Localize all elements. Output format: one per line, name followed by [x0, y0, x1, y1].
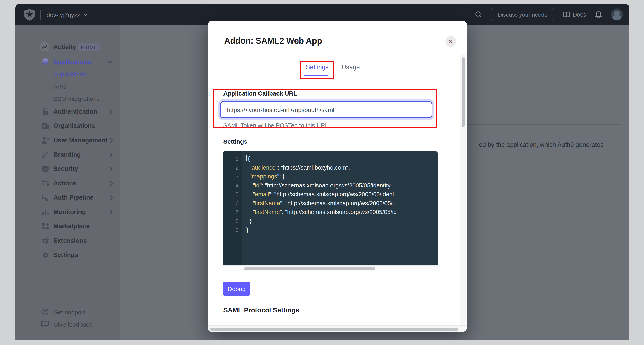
- sidebar-item-label: Settings: [54, 251, 78, 259]
- callback-url-label: Application Callback URL: [223, 90, 297, 97]
- sidebar-item-label: Organizations: [54, 122, 95, 130]
- flow-icon: [41, 179, 49, 187]
- modal-horizontal-scrollbar[interactable]: [208, 325, 467, 332]
- editor-code[interactable]: { "audience": "https://saml.boxyhq.com",…: [242, 151, 438, 265]
- feedback-icon: [41, 320, 48, 328]
- sidebar-item-label: Authentication: [54, 108, 97, 115]
- sidebar-item-label: Security: [54, 165, 78, 172]
- auth0-logo-icon: [24, 9, 35, 21]
- sidebar-item-actions[interactable]: Actions: [15, 177, 120, 189]
- line-number: 6: [223, 199, 239, 208]
- tenant-name: dev-tyj7qyzz: [46, 11, 80, 18]
- sidebar-item-marketplace[interactable]: Marketplace: [15, 220, 120, 232]
- sidebar-item-label: Marketplace: [54, 223, 90, 230]
- chip-icon: [41, 237, 49, 245]
- tenant-switcher[interactable]: dev-tyj7qyzz: [46, 11, 88, 18]
- code-line: "firstName": "http://schemas.xmlsoap.org…: [246, 199, 438, 208]
- app-window: dev-tyj7qyzz Discuss your needs Docs: [15, 4, 630, 340]
- modal-title: Addon: SAML2 Web App: [224, 36, 322, 46]
- bell-icon[interactable]: [595, 11, 602, 19]
- docs-link[interactable]: Docs: [563, 11, 586, 18]
- code-line: "mappings": {: [246, 172, 438, 181]
- code-line: "lastName": "http://schemas.xmlsoap.org/…: [246, 208, 438, 216]
- chevron-down-icon: [84, 13, 88, 16]
- line-number: 3: [223, 172, 239, 181]
- book-icon: [563, 12, 570, 18]
- bar-chart-icon: [41, 208, 49, 216]
- settings-json-label: Settings: [223, 138, 247, 145]
- tabs-divider: [216, 76, 460, 76]
- sidebar-item-extensions[interactable]: Extensions: [15, 235, 120, 247]
- sidebar-item-label: Auth Pipeline: [54, 194, 94, 201]
- editor-horizontal-scrollbar[interactable]: [223, 265, 438, 271]
- line-number: 8: [223, 216, 239, 225]
- code-line: }: [246, 216, 438, 225]
- line-number: 1: [223, 154, 239, 163]
- chevron-right-icon: [110, 195, 113, 200]
- code-line: "audience": "https://saml.boxyhq.com",: [246, 163, 438, 172]
- sidebar-item-auth-pipeline[interactable]: Auth Pipeline: [15, 191, 120, 204]
- callback-url-helper: SAML Token will be POSTed to this URL.: [223, 122, 330, 129]
- debug-button[interactable]: Debug: [223, 282, 250, 296]
- sidebar-item-label: Applications: [54, 71, 86, 78]
- sidebar-item-settings[interactable]: Settings: [15, 249, 120, 261]
- sidebar-item-label: Actions: [54, 180, 76, 187]
- code-line: "email": "http://schemas.xmlsoap.org/ws/…: [246, 190, 438, 199]
- sidebar-item-applications[interactable]: Applications: [15, 56, 120, 68]
- code-line: }: [246, 225, 438, 234]
- sidebar-item-label: SSO Integrations: [54, 95, 100, 102]
- support-link-label: Get support: [54, 308, 85, 315]
- sidebar-item-sso-integrations-sub[interactable]: SSO Integrations: [15, 92, 120, 104]
- sidebar-item-label: User Management: [54, 137, 108, 144]
- sidebar-item-applications-sub[interactable]: Applications: [15, 68, 120, 80]
- tab-usage[interactable]: Usage: [342, 64, 360, 71]
- line-number: 4: [223, 181, 239, 190]
- chevron-down-icon: [108, 60, 113, 63]
- user-avatar[interactable]: [611, 9, 623, 21]
- editor-line-numbers: 123456789: [223, 151, 242, 265]
- saml-protocol-settings-heading: SAML Protocol Settings: [223, 306, 299, 314]
- sidebar-item-label: Extensions: [54, 237, 87, 244]
- line-number: 7: [223, 208, 239, 216]
- close-icon[interactable]: ✕: [446, 36, 456, 47]
- settings-json-editor[interactable]: 123456789 { "audience": "https://saml.bo…: [223, 151, 438, 271]
- sidebar-item-label: Branding: [54, 151, 81, 158]
- tab-settings[interactable]: Settings: [305, 64, 329, 71]
- sidebar-item-organizations[interactable]: Organizations: [15, 120, 120, 132]
- modal-horizontal-scrollbar-thumb[interactable]: [210, 328, 458, 331]
- activity-icon: [40, 43, 48, 51]
- line-number: 9: [223, 225, 239, 234]
- pipeline-icon: [41, 193, 49, 202]
- sidebar-item-activity[interactable]: ActivityFIRST: [15, 41, 120, 53]
- sidebar-item-monitoring[interactable]: Monitoring: [15, 206, 120, 218]
- brush-icon: [41, 151, 49, 159]
- building-icon: [41, 122, 49, 130]
- sidebar-link-get-support[interactable]: Get support: [15, 306, 120, 318]
- callback-url-input[interactable]: [220, 101, 432, 118]
- modal-vertical-scrollbar-thumb[interactable]: [462, 58, 465, 127]
- sidebar-item-label: Activity: [54, 43, 76, 51]
- sidebar-item-user-management[interactable]: User Management: [15, 134, 120, 147]
- editor-scrollbar-thumb[interactable]: [244, 267, 376, 270]
- search-icon[interactable]: [475, 11, 482, 18]
- user-gear-icon: [41, 136, 49, 144]
- line-number: 2: [223, 163, 239, 172]
- code-line: "id": "http://schemas.xmlsoap.org/ws/200…: [246, 181, 438, 190]
- marketplace-icon: [41, 222, 49, 230]
- sidebar-item-label: Monitoring: [54, 208, 86, 216]
- applications-icon: [41, 58, 49, 66]
- sidebar-item-branding[interactable]: Branding: [15, 149, 120, 161]
- sidebar-item-apis-sub[interactable]: APIs: [15, 80, 120, 92]
- modal-vertical-scrollbar[interactable]: [460, 54, 466, 326]
- sidebar-item-authentication[interactable]: Authentication: [15, 106, 120, 118]
- screenshot-stage: dev-tyj7qyzz Discuss your needs Docs: [0, 0, 644, 345]
- first-badge: FIRST: [78, 43, 100, 51]
- addons-paragraph-line1-right: ed by the application, which Auth0 gener…: [479, 141, 603, 149]
- sidebar-nav: ActivityFIRSTApplicationsApplicationsAPI…: [15, 25, 120, 340]
- discuss-your-needs-button[interactable]: Discuss your needs: [491, 8, 554, 21]
- chevron-right-icon: [110, 109, 113, 114]
- help-circle-icon: [41, 308, 48, 316]
- chevron-right-icon: [110, 209, 113, 215]
- sidebar-item-security[interactable]: Security: [15, 163, 120, 175]
- sidebar-link-give-feedback[interactable]: Give feedback: [15, 318, 120, 330]
